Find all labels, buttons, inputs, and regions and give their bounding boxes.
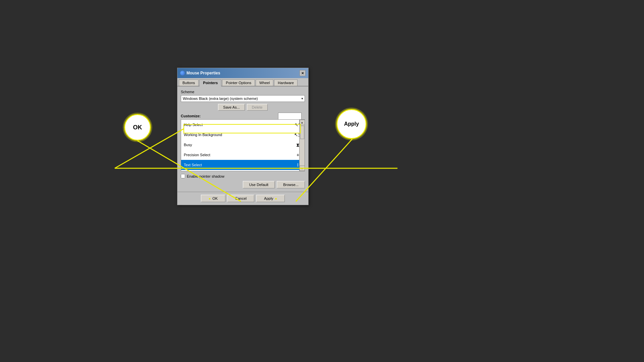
scheme-area: Windows Black (extra large) (system sche… xyxy=(181,95,305,111)
scheme-label: Scheme xyxy=(181,90,305,94)
tab-buttons[interactable]: Buttons xyxy=(179,79,199,86)
scrollbar-up-button[interactable]: ▲ xyxy=(300,120,305,125)
scheme-select[interactable]: Windows Black (extra large) (system sche… xyxy=(181,95,305,102)
delete-button[interactable]: Delete xyxy=(247,104,268,111)
pointer-list: Help Select ↖? Working In Background ↖⧗ … xyxy=(181,119,305,171)
tab-wheel[interactable]: Wheel xyxy=(256,79,273,86)
dialog-titlebar: Mouse Properties ✕ xyxy=(177,68,308,78)
scrollbar-thumb[interactable] xyxy=(300,126,304,139)
enable-shadow-label: Enable pointer shadow xyxy=(187,174,224,178)
pointer-item-text-select[interactable]: Text Select I xyxy=(181,160,305,170)
dialog-icon xyxy=(180,71,185,75)
dialog-footer: ● OK Cancel Apply ● xyxy=(177,192,308,205)
ok-button[interactable]: ● OK xyxy=(201,195,225,202)
pointer-action-buttons: Use Default Browse... xyxy=(181,181,305,188)
tab-hardware[interactable]: Hardware xyxy=(274,79,298,86)
apply-button[interactable]: Apply ● xyxy=(256,195,285,202)
use-default-button[interactable]: Use Default xyxy=(243,181,275,188)
scheme-dropdown-wrapper[interactable]: Windows Black (extra large) (system sche… xyxy=(181,95,305,102)
pointer-item-help-select[interactable]: Help Select ↖? xyxy=(181,120,305,130)
dialog-title: Mouse Properties xyxy=(186,71,220,75)
browse-button[interactable]: Browse... xyxy=(277,181,305,188)
pointer-item-busy[interactable]: Busy ⧗ xyxy=(181,140,305,150)
scrollbar-down-button[interactable]: ▼ xyxy=(300,166,305,171)
dialog-content: Scheme Windows Black (extra large) (syst… xyxy=(177,86,308,192)
pointer-item-working-background[interactable]: Working In Background ↖⧗ xyxy=(181,130,305,140)
pointer-list-scrollbar[interactable]: ▲ ▼ xyxy=(299,120,305,171)
enable-shadow-checkbox[interactable] xyxy=(181,174,185,178)
ok-annotation-circle: OK xyxy=(124,114,151,141)
save-as-button[interactable]: Save As... xyxy=(218,104,245,111)
pointer-item-handwriting[interactable]: Handwriting ✒ xyxy=(181,170,305,171)
enable-shadow-row: Enable pointer shadow xyxy=(181,174,305,178)
mouse-properties-dialog: Mouse Properties ✕ Buttons Pointers Poin… xyxy=(177,68,309,205)
cancel-button[interactable]: Cancel xyxy=(227,195,254,202)
apply-annotation-circle: Apply xyxy=(336,109,367,139)
pointer-item-precision-select[interactable]: Precision Select + xyxy=(181,150,305,160)
tab-bar: Buttons Pointers Pointer Options Wheel H… xyxy=(177,78,308,86)
svg-line-3 xyxy=(115,129,184,168)
close-button[interactable]: ✕ xyxy=(300,70,306,76)
tab-pointer-options[interactable]: Pointer Options xyxy=(222,79,255,86)
tab-pointers[interactable]: Pointers xyxy=(199,79,221,86)
